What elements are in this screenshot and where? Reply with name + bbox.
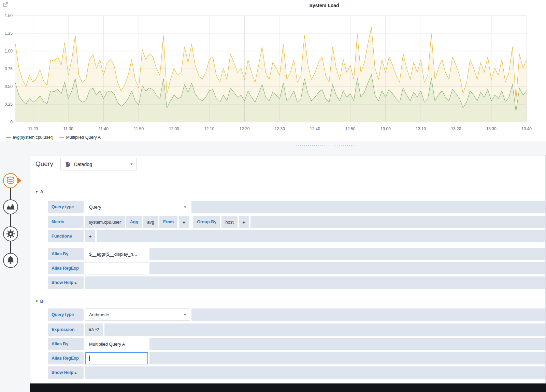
agg-label: Agg xyxy=(126,216,142,228)
svg-text:12:00: 12:00 xyxy=(169,126,179,131)
add-function-button[interactable]: + xyxy=(85,230,95,242)
svg-text:13:00: 13:00 xyxy=(380,126,391,131)
query-type-row-a: Query type Query ▾ xyxy=(48,201,545,213)
area-chart-icon xyxy=(4,199,17,214)
external-link-icon[interactable] xyxy=(2,2,9,8)
show-help-label: Show Help xyxy=(52,280,73,285)
triangle-right-icon: ▸ xyxy=(75,280,77,285)
expression-row-b: Expression #A *2 xyxy=(48,323,545,336)
alert-tab[interactable] xyxy=(3,253,18,268)
row-filler xyxy=(97,230,545,242)
text-cursor xyxy=(89,356,90,361)
general-tab[interactable] xyxy=(3,226,18,241)
alias-by-value: Multiplied Query A xyxy=(89,342,125,347)
add-group-by-button[interactable]: + xyxy=(239,216,249,228)
show-help-button[interactable]: Show Help ▸ xyxy=(48,276,84,289)
query-editor-title: Query xyxy=(35,160,53,168)
alias-by-row-b: Alias By Multiplied Query A xyxy=(48,338,545,350)
show-help-row-b: Show Help ▸ xyxy=(48,366,545,379)
collapsed-section-bar[interactable] xyxy=(30,383,546,392)
svg-text:13:10: 13:10 xyxy=(416,126,426,131)
legend-label: avg(system.cpu.user) xyxy=(13,135,53,140)
alias-regexp-row-b: Alias RegExp xyxy=(48,352,545,364)
tab-rail-line xyxy=(10,181,11,260)
show-help-label: Show Help xyxy=(52,370,73,375)
svg-text:0.75: 0.75 xyxy=(5,66,13,71)
svg-text:13:40: 13:40 xyxy=(521,126,532,131)
query-type-label: Query type xyxy=(48,308,84,321)
expression-segment[interactable]: #A *2 xyxy=(85,323,103,336)
timeseries-chart[interactable]: 00.250.500.751.001.251.5011:2011:3011:40… xyxy=(0,12,546,132)
triangle-right-icon: ▸ xyxy=(75,370,77,375)
alias-by-input[interactable]: $__aggr($__display_n… xyxy=(85,248,148,260)
collapse-icon: ▾ xyxy=(36,190,38,194)
svg-text:0.25: 0.25 xyxy=(5,102,13,107)
query-type-select[interactable]: Arithmetic ▾ xyxy=(85,308,190,321)
expression-label: Expression xyxy=(48,323,84,336)
legend-color-dash xyxy=(59,137,64,138)
svg-text:1.25: 1.25 xyxy=(5,31,13,36)
row-filler xyxy=(85,276,545,289)
query-section-b-header[interactable]: ▾ B xyxy=(36,299,43,304)
metric-row-a: Metric system.cpu.user Agg avg From + Gr… xyxy=(48,216,545,228)
visualization-tab[interactable] xyxy=(3,199,18,214)
query-type-label: Query type xyxy=(48,201,84,213)
svg-text:0: 0 xyxy=(10,120,13,124)
bell-icon xyxy=(4,253,17,268)
datasource-picker[interactable]: Datadog ▾ xyxy=(60,158,137,170)
alias-regexp-input-focused[interactable] xyxy=(85,352,148,364)
queries-tab[interactable] xyxy=(3,173,18,188)
active-tab-arrow xyxy=(18,178,21,184)
gear-icon xyxy=(4,226,17,241)
svg-text:11:20: 11:20 xyxy=(28,126,38,131)
row-filler xyxy=(191,308,545,321)
graph-panel: System Load 00.250.500.751.001.251.5011:… xyxy=(0,0,546,142)
panel-resize-region xyxy=(0,141,546,155)
show-help-button[interactable]: Show Help ▸ xyxy=(48,366,84,379)
functions-label: Functions xyxy=(48,230,84,242)
group-by-label: Group By xyxy=(193,216,220,228)
query-section-a-header[interactable]: ▾ A xyxy=(36,189,43,194)
chevron-down-icon: ▾ xyxy=(184,313,186,317)
from-label: From xyxy=(159,216,177,228)
svg-text:0.50: 0.50 xyxy=(5,84,13,89)
alias-regexp-row-a: Alias RegExp xyxy=(48,262,545,274)
svg-text:1.50: 1.50 xyxy=(5,13,13,18)
row-filler xyxy=(149,338,545,350)
legend-item[interactable]: avg(system.cpu.user) xyxy=(6,135,53,140)
svg-text:11:30: 11:30 xyxy=(63,126,73,131)
alias-regexp-label: Alias RegExp xyxy=(48,352,84,364)
alias-by-row-a: Alias By $__aggr($__display_n… xyxy=(48,248,545,260)
svg-text:12:20: 12:20 xyxy=(239,126,249,131)
alias-by-label: Alias By xyxy=(48,248,84,260)
alias-by-input[interactable]: Multiplied Query A xyxy=(85,338,148,350)
legend-label: Multiplied Query A xyxy=(66,135,100,140)
row-filler xyxy=(191,201,545,213)
legend-item[interactable]: Multiplied Query A xyxy=(59,135,100,140)
row-filler xyxy=(149,262,545,274)
query-type-row-b: Query type Arithmetic ▾ xyxy=(48,308,545,321)
query-ref-letter: B xyxy=(40,299,43,304)
add-tag-button[interactable]: + xyxy=(179,216,189,228)
chevron-down-icon: ▾ xyxy=(130,162,132,166)
query-editor-panel: Query Datadog ▾ ▾ A Query type Query ▾ M… xyxy=(30,155,546,383)
metric-segment[interactable]: system.cpu.user xyxy=(85,216,125,228)
svg-text:13:30: 13:30 xyxy=(486,126,497,131)
chart-legend: avg(system.cpu.user)Multiplied Query A xyxy=(6,135,101,140)
group-by-segment[interactable]: host xyxy=(221,216,238,228)
row-filler xyxy=(149,352,545,364)
agg-segment[interactable]: avg xyxy=(143,216,158,228)
svg-text:11:50: 11:50 xyxy=(134,126,144,131)
svg-text:11:40: 11:40 xyxy=(99,126,109,131)
row-filler xyxy=(104,323,545,336)
svg-text:1.00: 1.00 xyxy=(5,49,13,54)
query-ref-letter: A xyxy=(40,189,43,194)
datasource-name: Datadog xyxy=(74,162,92,167)
row-filler xyxy=(85,366,545,379)
functions-row-a: Functions + xyxy=(48,230,545,242)
resize-handle[interactable] xyxy=(296,145,354,147)
query-type-value: Query xyxy=(89,205,101,210)
query-type-select[interactable]: Query ▾ xyxy=(85,201,190,213)
alias-regexp-input[interactable] xyxy=(85,262,148,274)
row-filler xyxy=(250,216,545,228)
